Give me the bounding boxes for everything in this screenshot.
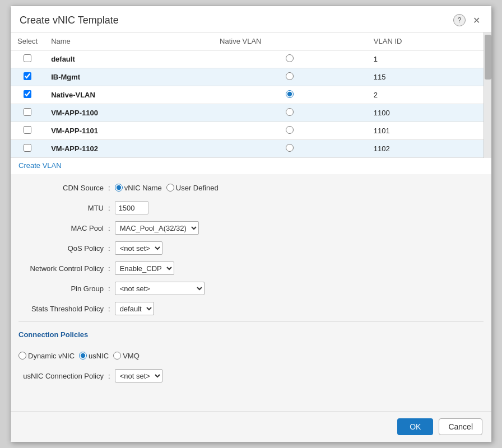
col-select: Select (11, 32, 44, 50)
vlan-id-cell: 115 (367, 68, 484, 86)
vlan-name-cell: default (44, 50, 213, 68)
scrollbar-thumb (485, 35, 491, 80)
pin-group-row: Pin Group : <not set> (18, 281, 484, 296)
connection-type-control: Dynamic vNIC usNIC VMQ (18, 352, 140, 360)
row-checkbox[interactable] (24, 126, 31, 134)
native-vlan-radio[interactable] (286, 126, 294, 134)
mac-pool-select[interactable]: MAC_Pool_A(32/32) (115, 221, 199, 235)
checkbox-cell (11, 122, 44, 140)
native-vlan-cell (213, 104, 367, 122)
section-divider (18, 321, 484, 321)
usnic-connection-policy-label: usNIC Connection Policy (18, 372, 108, 380)
network-control-policy-control: Enable_CDP (115, 262, 174, 275)
native-vlan-radio[interactable] (286, 54, 294, 62)
mac-pool-control: MAC_Pool_A(32/32) (115, 221, 199, 235)
cdn-source-row: CDN Source : vNIC Name User Defined (18, 180, 484, 195)
usnic-connection-policy-select[interactable]: <not set> (115, 369, 162, 382)
create-vnic-template-dialog: Create vNIC Template ? ✕ Select Name Nat… (10, 6, 492, 442)
cdn-vnic-name-radio[interactable] (115, 184, 123, 192)
vlan-name-cell: IB-Mgmt (44, 68, 213, 86)
create-vlan-link[interactable]: Create VLAN (11, 158, 491, 174)
row-checkbox[interactable] (24, 90, 31, 98)
table-row: VM-APP-11011101 (11, 122, 484, 140)
vlan-table-wrapper: Select Name Native VLAN VLAN ID default1… (11, 32, 491, 158)
ok-button[interactable]: OK (397, 418, 433, 435)
native-vlan-radio[interactable] (286, 108, 294, 116)
usnic-connection-policy-control: <not set> (115, 369, 162, 382)
col-native-vlan: Native VLAN (213, 32, 367, 50)
vlan-id-cell: 2 (367, 86, 484, 104)
vlan-name-cell: Native-VLAN (44, 86, 213, 104)
cdn-source-control: vNIC Name User Defined (115, 184, 219, 192)
stats-threshold-policy-label: Stats Threshold Policy (18, 305, 108, 313)
usnic-connection-policy-row: usNIC Connection Policy : <not set> (18, 368, 484, 384)
vlan-name-cell: VM-APP-1101 (44, 122, 213, 140)
cancel-button[interactable]: Cancel (439, 418, 482, 435)
vlan-id-cell: 1 (367, 50, 484, 68)
row-checkbox[interactable] (24, 108, 31, 116)
cdn-source-label: CDN Source (18, 184, 108, 192)
cdn-vnic-name-option: vNIC Name (115, 184, 162, 192)
row-checkbox[interactable] (24, 54, 31, 62)
cdn-user-defined-option: User Defined (166, 184, 219, 192)
qos-policy-select[interactable]: <not set> (115, 241, 162, 255)
col-vlan-id: VLAN ID (367, 32, 484, 50)
vlan-table-section: Select Name Native VLAN VLAN ID default1… (11, 32, 491, 174)
checkbox-cell (11, 140, 44, 158)
checkbox-cell (11, 50, 44, 68)
qos-policy-row: QoS Policy : <not set> (18, 240, 484, 256)
table-row: Native-VLAN2 (11, 86, 484, 104)
mtu-input[interactable] (115, 201, 148, 214)
connection-type-row: Dynamic vNIC usNIC VMQ (18, 348, 484, 363)
dynamic-vnic-label: Dynamic vNIC (28, 352, 75, 360)
network-control-policy-select[interactable]: Enable_CDP (115, 262, 174, 275)
network-control-policy-row: Network Control Policy : Enable_CDP (18, 260, 484, 276)
table-row: default1 (11, 50, 484, 68)
header-icons: ? ✕ (453, 14, 482, 26)
scrollbar[interactable] (484, 32, 491, 158)
vlan-name-cell: VM-APP-1100 (44, 104, 213, 122)
mac-pool-label: MAC Pool (18, 224, 108, 232)
usnic-label: usNIC (89, 352, 109, 360)
qos-policy-control: <not set> (115, 241, 162, 255)
usnic-radio[interactable] (79, 352, 87, 360)
native-vlan-cell (213, 86, 367, 104)
stats-threshold-policy-control: default (115, 302, 154, 315)
dialog-footer: OK Cancel (11, 411, 491, 442)
table-row: VM-APP-11001100 (11, 104, 484, 122)
row-checkbox[interactable] (24, 144, 31, 152)
native-vlan-radio[interactable] (286, 144, 294, 152)
table-row: VM-APP-11021102 (11, 140, 484, 158)
qos-policy-label: QoS Policy (18, 244, 108, 253)
native-vlan-radio[interactable] (286, 72, 294, 80)
stats-threshold-policy-select[interactable]: default (115, 302, 154, 315)
vmq-radio[interactable] (113, 352, 121, 360)
vlan-id-cell: 1102 (367, 140, 484, 158)
dialog-body: Select Name Native VLAN VLAN ID default1… (11, 32, 491, 411)
native-vlan-radio[interactable] (286, 90, 294, 98)
form-section: CDN Source : vNIC Name User Defined MTU … (11, 174, 491, 328)
vlan-id-cell: 1100 (367, 104, 484, 122)
cdn-vnic-name-label: vNIC Name (124, 184, 162, 192)
stats-threshold-policy-row: Stats Threshold Policy : default (18, 301, 484, 316)
vlan-name-cell: VM-APP-1102 (44, 140, 213, 158)
checkbox-cell (11, 68, 44, 86)
row-checkbox[interactable] (24, 72, 31, 80)
cdn-user-defined-radio[interactable] (166, 184, 174, 192)
vlan-table-header-row: Select Name Native VLAN VLAN ID (11, 32, 484, 50)
help-button[interactable]: ? (453, 14, 466, 26)
native-vlan-cell (213, 122, 367, 140)
vlan-id-cell: 1101 (367, 122, 484, 140)
pin-group-select[interactable]: <not set> (115, 282, 204, 295)
connection-policies-section: Dynamic vNIC usNIC VMQ usNIC Connection … (11, 342, 491, 390)
checkbox-cell (11, 104, 44, 122)
dialog-header: Create vNIC Template ? ✕ (11, 6, 491, 32)
mac-pool-row: MAC Pool : MAC_Pool_A(32/32) (18, 220, 484, 236)
dynamic-vnic-radio[interactable] (18, 352, 26, 360)
col-name: Name (44, 32, 213, 50)
native-vlan-cell (213, 68, 367, 86)
usnic-option: usNIC (79, 352, 109, 360)
pin-group-label: Pin Group (18, 284, 108, 293)
close-button[interactable]: ✕ (470, 14, 482, 26)
dynamic-vnic-option: Dynamic vNIC (18, 352, 75, 360)
